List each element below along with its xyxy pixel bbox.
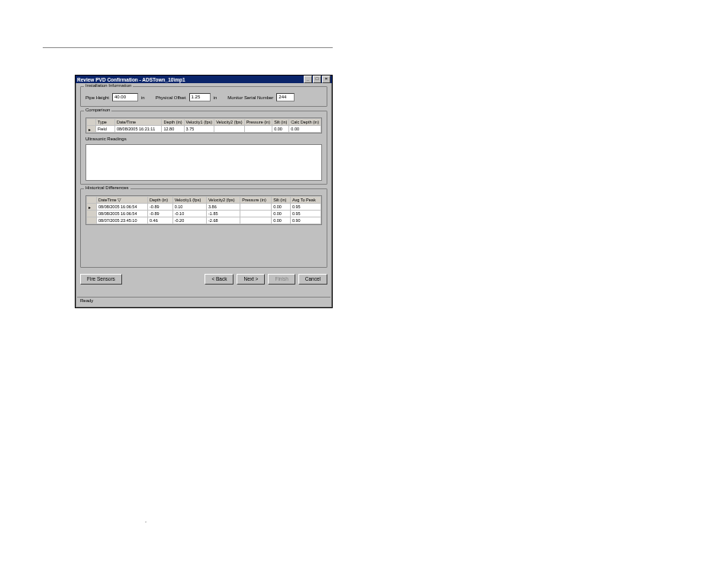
col-depth[interactable]: Depth (in): [162, 119, 184, 126]
col-pressure[interactable]: Pressure (in): [240, 197, 272, 204]
row-pointer-icon: ▸: [87, 126, 96, 133]
col-avgpeak[interactable]: Avg To Peak: [290, 197, 321, 204]
group-legend: Historical Differences: [84, 185, 130, 190]
col-vel1[interactable]: Velocity1 (fps): [172, 197, 206, 204]
horizontal-rule: [43, 47, 333, 48]
title-bar[interactable]: Review PVD Confirmation - ADSTown_10\mp1…: [76, 76, 332, 83]
group-legend: Comparison: [84, 108, 111, 112]
monitor-serial-field[interactable]: 244: [276, 93, 295, 101]
table-row[interactable]: ▸ 08/08/2005 16:06:54 -0.89 0.10 3.86 0.…: [87, 204, 321, 211]
col-depth[interactable]: Depth (in): [148, 197, 173, 204]
col-vel1[interactable]: Velocity1 (fps): [184, 119, 214, 126]
ultrasonic-label: Ultrasonic Readings: [85, 137, 322, 141]
group-historical: Historical Differences DateTime ▽ Depth …: [80, 188, 327, 268]
table-row[interactable]: 08/08/2005 16:06:54 -0.89 -0.10 -1.85 0.…: [87, 211, 321, 217]
next-button[interactable]: Next >: [237, 274, 265, 285]
minimize-button[interactable]: _: [304, 76, 312, 83]
pipe-height-unit: in: [141, 95, 145, 100]
historical-grid[interactable]: DateTime ▽ Depth (in) Velocity1 (fps) Ve…: [85, 195, 322, 225]
col-type[interactable]: Type: [95, 119, 114, 126]
col-datetime[interactable]: DateTime ▽: [97, 197, 148, 204]
group-installation-info: Installation Information Pipe Height 40.…: [80, 86, 327, 107]
physical-offset-label: Physical Offset: [156, 95, 186, 100]
fire-sensors-button[interactable]: Fire Sensors: [80, 274, 122, 285]
col-calcdepth[interactable]: Calc Depth (in): [289, 119, 321, 126]
pipe-height-field[interactable]: 40.00: [112, 93, 138, 101]
footnote-bullet-icon: ◦: [145, 520, 147, 524]
comparison-grid[interactable]: Type Date/Time Depth (in) Velocity1 (fps…: [85, 117, 322, 134]
cancel-button[interactable]: Cancel: [298, 274, 327, 285]
row-pointer-icon: ▸: [87, 204, 97, 211]
window-title: Review PVD Confirmation - ADSTown_10\mp1: [77, 77, 185, 82]
physical-offset-unit: in: [214, 95, 217, 100]
dialog-window: Review PVD Confirmation - ADSTown_10\mp1…: [75, 75, 333, 308]
group-comparison: Comparison Type Date/Time Depth (in) Vel…: [80, 111, 327, 185]
back-button[interactable]: < Back: [205, 274, 234, 285]
col-vel2[interactable]: Velocity2 (fps): [206, 197, 240, 204]
close-button[interactable]: ×: [322, 76, 330, 83]
status-bar: Ready: [77, 297, 330, 307]
col-silt[interactable]: Silt (in): [272, 197, 291, 204]
col-vel2[interactable]: Velocity2 (fps): [214, 119, 245, 126]
maximize-button[interactable]: □: [313, 76, 321, 83]
pipe-height-label: Pipe Height: [85, 95, 109, 100]
table-row[interactable]: 08/07/2005 23:45:10 0.46 -0.20 -2.68 0.0…: [87, 217, 321, 224]
monitor-serial-label: Monitor Serial Number: [227, 95, 273, 100]
status-text: Ready: [80, 298, 93, 303]
group-legend: Installation Information: [84, 83, 133, 88]
table-row[interactable]: ▸ Field 08/08/2005 16:21:11 12.80 3.75 0…: [87, 126, 321, 133]
button-bar: Fire Sensors < Back Next > Finish Cancel: [80, 274, 327, 285]
col-pressure[interactable]: Pressure (in): [244, 119, 272, 126]
finish-button[interactable]: Finish: [268, 274, 295, 285]
physical-offset-field[interactable]: 1.25: [189, 93, 211, 101]
col-datetime[interactable]: Date/Time: [114, 119, 162, 126]
ultrasonic-panel: [85, 144, 322, 181]
col-silt[interactable]: Silt (in): [272, 119, 289, 126]
